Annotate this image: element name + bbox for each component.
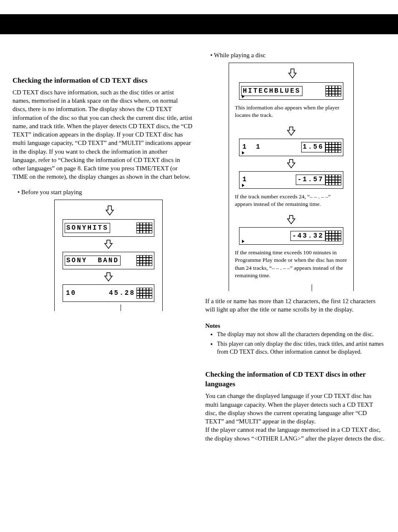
display-flow-right: HITECHBLUES This information also appear… (229, 63, 354, 291)
section-heading: Checking the information of CD TEXT disc… (13, 76, 193, 86)
play-icon (242, 184, 244, 187)
note-item: This player can only display the disc ti… (217, 340, 385, 356)
arrow-down-icon (287, 215, 296, 225)
lcd-segment: HITECHBLUES (241, 86, 302, 96)
arrow-down-icon (287, 126, 296, 136)
play-icon (242, 95, 244, 98)
lcd-segment: 45.28 (108, 289, 136, 298)
section-heading: Checking the information of CD TEXT disc… (205, 370, 385, 389)
header-bar (0, 14, 398, 34)
lcd-display: 1 1 1.56 (239, 139, 343, 156)
lcd-display: -43.32 (239, 227, 343, 245)
play-icon (242, 151, 244, 155)
flow-note: If the track number exceeds 24, “– – . –… (229, 191, 353, 213)
lcd-segment: SONYHITS (65, 223, 110, 233)
music-calendar-grid (325, 231, 341, 241)
lcd-display: HITECHBLUES (239, 82, 343, 100)
flow-note: If the remaining time exceeds 100 minute… (229, 247, 353, 284)
music-calendar-grid (136, 223, 152, 233)
section-other-languages: Checking the information of CD TEXT disc… (205, 370, 385, 442)
right-column: • While playing a disc HITECHBLUES This … (205, 51, 385, 443)
music-calendar-grid (136, 255, 152, 266)
left-column: Checking the information of CD TEXT disc… (13, 51, 193, 443)
flow-note: This information also appears when the p… (229, 102, 353, 124)
notes-list: The display may not show all the charact… (205, 331, 385, 356)
arrow-down-icon (104, 239, 113, 249)
start-arrow-icon (103, 205, 114, 217)
start-arrow-icon (286, 68, 297, 80)
lcd-display: 10 45.28 (63, 284, 154, 302)
lcd-segment: SONY BAND (65, 256, 121, 266)
lcd-segment: -43.32 (290, 231, 325, 241)
other-lang-paragraph: You can change the displayed language if… (205, 392, 385, 443)
bullet-label: While playing a disc (214, 52, 266, 58)
arrow-down-icon (287, 159, 296, 169)
note-item: The display may not show all the charact… (217, 331, 385, 339)
lcd-segment: 1.56 (301, 142, 325, 152)
play-icon (242, 240, 244, 243)
lcd-segment: 1 (255, 142, 263, 152)
lcd-segment: 10 (65, 289, 78, 298)
notes-heading: Notes (205, 322, 385, 330)
arrow-down-icon (104, 272, 113, 282)
lcd-display: SONY BAND (63, 252, 154, 269)
music-calendar-grid (325, 86, 341, 96)
flow-connector (121, 304, 121, 311)
music-calendar-grid (325, 142, 341, 153)
lcd-display: 1 -1.57 (239, 171, 343, 189)
before-playing-bullet: • Before you start playing (18, 188, 193, 196)
lcd-segment: 1 (241, 142, 249, 152)
music-calendar-grid (136, 288, 152, 299)
lcd-segment: -1.57 (296, 175, 325, 185)
lcd-segment: 1 (241, 175, 249, 184)
display-flow-left: SONYHITS SONY BAND 10 45.28 (54, 200, 163, 311)
flow-connector (312, 284, 312, 291)
music-calendar-grid (325, 175, 341, 185)
intro-paragraph: CD TEXT discs have information, such as … (13, 88, 193, 181)
page-body: Checking the information of CD TEXT disc… (0, 34, 398, 455)
bullet-label: Before you start playing (21, 189, 82, 195)
overflow-paragraph: If a title or name has more than 12 char… (205, 297, 385, 314)
lcd-display: SONYHITS (63, 219, 154, 237)
while-playing-bullet: • While playing a disc (210, 51, 385, 59)
